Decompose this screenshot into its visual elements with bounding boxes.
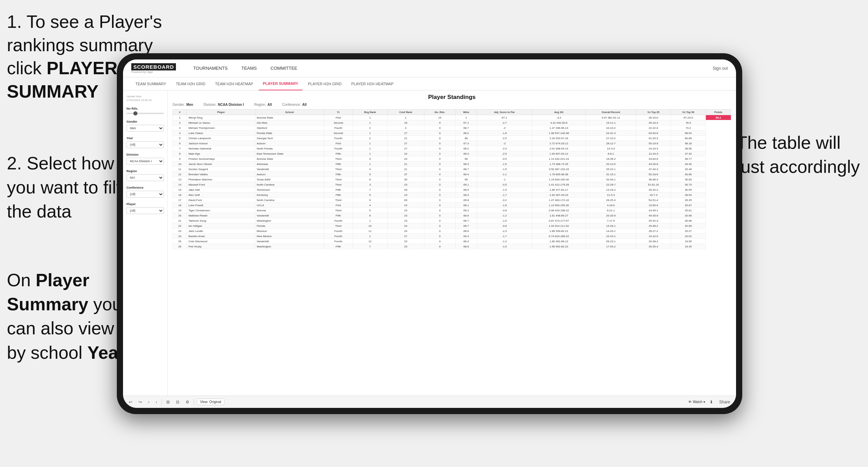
table-cell: Second [324, 120, 353, 125]
table-row[interactable]: 10Jacob Skov OlesenArkansasFifth121068.4… [173, 162, 731, 167]
table-row[interactable]: 22Ian GilliganFloridaThird1024068.7-0.81… [173, 223, 731, 229]
table-cell: 27 [387, 141, 424, 146]
nav-tournaments[interactable]: TOURNAMENTS [186, 59, 234, 77]
table-cell: 14-3-3 [586, 146, 636, 151]
table-row[interactable]: 9Preston SummerhaysArizona StateThird324… [173, 156, 731, 162]
table-row[interactable]: 5Christo LamprechtGeorgia TechFourth2210… [173, 136, 731, 141]
redo-btn[interactable]: ↪ [137, 399, 144, 405]
subnav-team-h2h-grid[interactable]: TEAM H2H GRID [172, 77, 210, 90]
watch-btn[interactable]: 👁 Watch ▾ [688, 400, 705, 404]
forward-btn[interactable]: › [154, 399, 159, 405]
table-row[interactable]: 19Tiger ChristensenArizonaThird523069.2-… [173, 208, 731, 213]
table-row[interactable]: 21Taehoon SongWashingtonFourth123068.7-1… [173, 218, 731, 223]
subnav-player-summary[interactable]: PLAYER SUMMARY [259, 77, 302, 90]
table-cell: -2.7 [477, 120, 532, 125]
table-cell: 68.7 [456, 218, 477, 223]
table-row[interactable]: 13Phichaksn MaichonTexas A&MThird630069-… [173, 177, 731, 182]
table-cell: -1.8 [477, 203, 532, 208]
table-cell: 36.77 [671, 156, 705, 162]
table-row[interactable]: 3Michael ThorbjornsenStanfordFourth24068… [173, 125, 731, 131]
table-cell: Fifth [324, 172, 353, 177]
no-rds-slider[interactable] [126, 113, 164, 114]
table-row[interactable]: 11Gordon SargentVanderbiltThird421068.7-… [173, 167, 731, 172]
table-row[interactable]: 6Jackson KoivunAuburnFirst127067.3-22.72… [173, 141, 731, 146]
table-cell: 8-21-1 [586, 208, 636, 213]
nav-teams[interactable]: TEAMS [235, 59, 264, 77]
table-cell: 3 [353, 156, 387, 162]
col-adj-score: Adj. Score to Par [477, 110, 532, 115]
table-cell: 37.42 [671, 151, 705, 156]
nav-items: TOURNAMENTS TEAMS COMMITTEE [186, 59, 713, 77]
undo-btn[interactable]: ↩ [127, 399, 134, 405]
table-cell: 1 [353, 234, 387, 239]
table-cell: 4 [387, 125, 424, 131]
table-row[interactable]: 4Luke ClatonFlorida StateSecond127068.2-… [173, 131, 731, 136]
copy-btn[interactable]: ⊞ [165, 399, 171, 405]
table-row[interactable]: 16Alex GoffKentuckyFifth919068.3-1.71.92… [173, 192, 731, 198]
sidebar-update: Update time: 27/03/2024 16:56:26 [126, 94, 164, 102]
table-cell: 0 [424, 187, 456, 192]
table-row[interactable]: 8Mats EgeEast Tennessee StateFifth124068… [173, 151, 731, 156]
table-cell: 14-20-1 [586, 229, 636, 234]
table-cell: 58.18 [671, 141, 705, 146]
table-row[interactable]: 12Brendan ValdesAuburnFifth537068.4-1.11… [173, 172, 731, 177]
conference-select[interactable]: (All) [126, 191, 164, 198]
subnav-team-summary[interactable]: TEAM SUMMARY [131, 77, 170, 90]
table-cell: 3 [353, 182, 387, 187]
table-cell: 61-20-3 [636, 136, 671, 141]
table-cell: 26-27-2 [636, 229, 671, 234]
division-select[interactable]: NCAA Division I [126, 158, 164, 165]
table-cell: Third [324, 208, 353, 213]
download-btn[interactable]: ⬇ [708, 399, 715, 405]
sidebar-division-section: Division NCAA Division I [126, 153, 164, 165]
table-cell: Maxwell Ford [187, 182, 255, 187]
nav-committee[interactable]: COMMITTEE [264, 59, 304, 77]
table-cell: 50-19-9 [636, 141, 671, 146]
table-cell: 1 [456, 115, 477, 120]
table-row[interactable]: 20Matthew RiedelVanderbiltFifth623068.6-… [173, 213, 731, 218]
table-cell: 19-7-3 [636, 192, 671, 198]
subnav-player-h2h-grid[interactable]: PLAYER H2H GRID [304, 77, 346, 90]
year-select[interactable]: (All) [126, 141, 164, 148]
table-row[interactable]: 17David FordNorth CarolinaThird969069.8-… [173, 198, 731, 203]
table-cell: Texas A&M [255, 177, 324, 182]
table-row[interactable]: 18Luke PowellUCLAFirst424068.1-1.81.13 5… [173, 203, 731, 208]
table-row[interactable]: 14Maxwell FordNorth CarolinaThird323069.… [173, 182, 731, 187]
player-select[interactable]: (All) [126, 207, 164, 214]
table-row[interactable]: 24Bastien AmatNew MexicoFourth127069.4-1… [173, 234, 731, 239]
no-rds-thumb[interactable] [133, 111, 137, 115]
subnav-player-h2h-heatmap[interactable]: PLAYER H2H HEATMAP [347, 77, 398, 90]
region-select[interactable]: N/A [126, 174, 164, 181]
col-yr: Yr [324, 110, 353, 115]
table-cell: 28.54 [671, 192, 705, 198]
table-row[interactable]: 2Michael Le SassoOle MissSecond118067.1-… [173, 120, 731, 125]
sign-out-link[interactable]: Sign out [713, 66, 728, 71]
table-cell: 9 [353, 198, 387, 203]
table-cell: 1 [353, 141, 387, 146]
instruction-1-text: 1. [7, 12, 22, 32]
back-btn[interactable]: ‹ [146, 399, 151, 405]
paste-btn[interactable]: ⊟ [174, 399, 181, 405]
table-row[interactable]: 7Nicholas GabrelcikNorth FloridaFourth12… [173, 146, 731, 151]
table-row[interactable]: 23Jack LundinMissouriFourth1124068.6-2.3… [173, 229, 731, 234]
table-cell: 1.79 605-96-38 [532, 172, 586, 177]
subnav-team-h2h-heatmap[interactable]: TEAM H2H HEATMAP [211, 77, 257, 90]
table-row[interactable]: 15Jake HallTennesseeFifth728068.5-1.51.6… [173, 187, 731, 192]
table-row[interactable]: 1Wenyi DingArizona StateFirst1115167.1-3… [173, 115, 731, 120]
table-cell: Arizona State [255, 115, 324, 120]
table-cell: 28 [387, 187, 424, 192]
table-cell: 31-15-1 [586, 172, 636, 177]
table-cell: 2 [353, 125, 387, 131]
share-btn[interactable]: Share [717, 399, 732, 405]
table-cell: 69.4 [456, 234, 477, 239]
table-cell: Ian Gilligan [187, 223, 255, 229]
view-original-btn[interactable]: View: Original [197, 399, 224, 405]
instruction-2-num: 2. [7, 153, 22, 173]
table-cell: Fourth [324, 125, 353, 131]
table-row[interactable]: 26Petr HrubyWashingtonFifth725068.6-1.61… [173, 244, 731, 249]
settings-btn[interactable]: ⚙ [184, 399, 191, 405]
tablet-screen: SCOREBOARD Powered by clippi TOURNAMENTS… [123, 59, 736, 408]
col-vs-top50: Vs Top 50 [671, 110, 705, 115]
table-row[interactable]: 25Cole SherwoodVanderbiltFourth1223068.3… [173, 239, 731, 244]
gender-select[interactable]: Men [126, 125, 164, 132]
